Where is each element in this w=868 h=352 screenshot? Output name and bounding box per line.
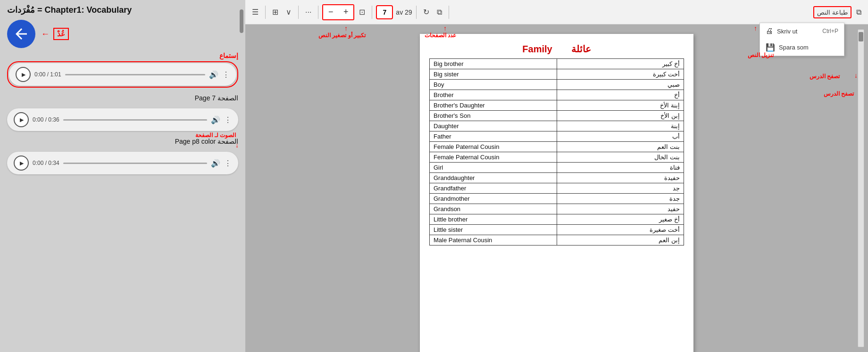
table-row: Female Paternal Cousin بنت الخال	[430, 152, 684, 163]
arabic-cell: بنت الخال	[557, 152, 684, 163]
back-button-row: عُدْ	[7, 20, 238, 48]
audio-player-1: 0:00 / 1:01 🔊 ⋮	[9, 63, 236, 86]
volume-icon-2[interactable]: 🔊	[211, 115, 220, 124]
family-title-en: Family	[522, 44, 552, 55]
table-row: Boy صبي	[430, 80, 684, 90]
back-arrow-line	[41, 29, 50, 39]
toolbar: ☰ ⊞ ∨ ··· − + ⊡ 7 av 29 ↻ ⧉ طباعة النص ⧉	[245, 0, 868, 25]
arabic-cell: أخ	[557, 90, 684, 100]
english-cell: Grandfather	[430, 183, 557, 194]
table-row: Granddaughter حفيدة	[430, 173, 684, 183]
pdf-scroll-thumb	[859, 32, 863, 41]
pdf-scrollbar[interactable]	[858, 29, 864, 347]
back-arrow-icon	[13, 25, 30, 42]
audio-player-2: 0:00 / 0:36 🔊 ⋮	[7, 108, 238, 131]
print-label-text: طباعة النص	[817, 9, 848, 16]
more-icon-3[interactable]: ⋮	[224, 159, 232, 168]
table-row: Female Paternal Cousin بنت العم	[430, 142, 684, 152]
arabic-cell: حفيدة	[557, 173, 684, 183]
english-cell: Boy	[430, 80, 557, 90]
arabic-cell: جدة	[557, 194, 684, 204]
left-panel-scrollbar[interactable]	[239, 0, 244, 352]
pin-icon-button[interactable]: ⊞	[269, 6, 281, 18]
fit-page-button[interactable]: ⊡	[356, 6, 368, 18]
print-label-btn[interactable]: طباعة النص	[813, 6, 851, 18]
english-cell: Big brother	[430, 59, 557, 69]
zoom-control: − +	[322, 4, 354, 20]
back-label: عُدْ	[53, 28, 69, 40]
table-row: Grandmother جدة	[430, 194, 684, 204]
shortcut-label: Ctrl+P	[822, 28, 838, 34]
more-icon-2[interactable]: ⋮	[224, 115, 232, 124]
list-icon-button[interactable]: ☰	[249, 6, 261, 18]
rotate-button[interactable]: ↻	[420, 6, 432, 18]
time-label-1: 0:00 / 1:01	[34, 71, 61, 78]
print-dropdown: 🖨 Skriv ut Ctrl+P 💾 Spara som	[760, 23, 844, 56]
more-options-button[interactable]: ···	[302, 6, 314, 18]
arabic-cell: حفيد	[557, 204, 684, 214]
table-row: Father أب	[430, 131, 684, 142]
vocab-table: Big brother أخ كبير Big sister أخت كبيرة…	[429, 58, 684, 246]
print-item-skriv[interactable]: 🖨 Skriv ut Ctrl+P	[760, 23, 844, 39]
divider-6	[449, 6, 449, 19]
table-row: Male Paternal Cousin إبن العم	[430, 235, 684, 246]
table-row: Grandfather جد	[430, 183, 684, 194]
table-row: Brother's Son إبن الأخ	[430, 111, 684, 121]
arabic-cell: صبي	[557, 80, 684, 90]
english-cell: Little brother	[430, 214, 557, 225]
zoom-in-button[interactable]: +	[338, 5, 353, 19]
skriv-label: Skriv ut	[777, 28, 797, 35]
play-button-1[interactable]	[16, 67, 31, 82]
english-cell: Brother	[430, 90, 557, 100]
page-number: 7	[383, 8, 386, 16]
volume-icon-1[interactable]: 🔊	[209, 70, 218, 79]
family-title-ar: عائلة	[571, 43, 591, 55]
arabic-cell: إبن العم	[557, 235, 684, 246]
english-cell: Father	[430, 131, 557, 142]
listening-label: إستماع	[7, 52, 238, 59]
print-item-spara[interactable]: 💾 Spara som	[760, 39, 844, 56]
table-row: Grandson حفيد	[430, 204, 684, 214]
play-button-2[interactable]	[14, 112, 29, 127]
more-icon-1[interactable]: ⋮	[222, 70, 230, 79]
arabic-cell: جد	[557, 183, 684, 194]
table-row: Big brother أخ كبير	[430, 59, 684, 69]
arabic-cell: إبن الأخ	[557, 111, 684, 121]
pdf-area[interactable]: Family عائلة Big brother أخ كبير Big sis…	[245, 25, 868, 352]
toolbar-extra-button[interactable]: ⧉	[853, 6, 864, 18]
zoom-out-button[interactable]: −	[323, 5, 338, 19]
time-label-3: 0:00 / 0:34	[33, 160, 59, 166]
table-row: Little brother أخ صغير	[430, 214, 684, 225]
english-cell: Girl	[430, 163, 557, 173]
table-row: Little sister أخت صغيرة	[430, 225, 684, 235]
page-number-box[interactable]: 7	[376, 5, 393, 19]
arabic-cell: إبنة الأخ	[557, 100, 684, 111]
page-label-1: الصفحة Page 7	[7, 94, 238, 102]
arabic-cell: فتاة	[557, 163, 684, 173]
play-button-3[interactable]	[14, 156, 29, 171]
scroll-annotation: تصفح الدرس	[824, 90, 854, 97]
arabic-cell: أخت صغيرة	[557, 225, 684, 235]
audio-player-3: 0:00 / 0:34 🔊 ⋮	[7, 152, 238, 174]
layout-button[interactable]: ⧉	[434, 6, 445, 18]
arabic-cell: أخ كبير	[557, 59, 684, 69]
family-header: Family عائلة	[429, 43, 684, 55]
divider-2	[298, 6, 299, 19]
progress-bar-3[interactable]	[63, 163, 207, 164]
total-pages: av 29	[396, 8, 412, 16]
arabic-cell: أخت كبيرة	[557, 69, 684, 80]
pdf-page: Family عائلة Big brother أخ كبير Big sis…	[420, 34, 693, 352]
divider-4	[372, 6, 372, 19]
table-row: Big sister أخت كبيرة	[430, 69, 684, 80]
progress-bar-2[interactable]	[63, 119, 207, 121]
english-cell: Male Paternal Cousin	[430, 235, 557, 246]
english-cell: Daughter	[430, 121, 557, 131]
volume-icon-3[interactable]: 🔊	[211, 159, 220, 168]
arabic-cell: إبنة	[557, 121, 684, 131]
chevron-down-button[interactable]: ∨	[283, 6, 294, 18]
english-cell: Big sister	[430, 69, 557, 80]
divider-3	[318, 6, 318, 19]
spara-label: Spara som	[779, 44, 809, 51]
progress-bar-1[interactable]	[65, 74, 205, 75]
back-button[interactable]	[7, 20, 35, 48]
